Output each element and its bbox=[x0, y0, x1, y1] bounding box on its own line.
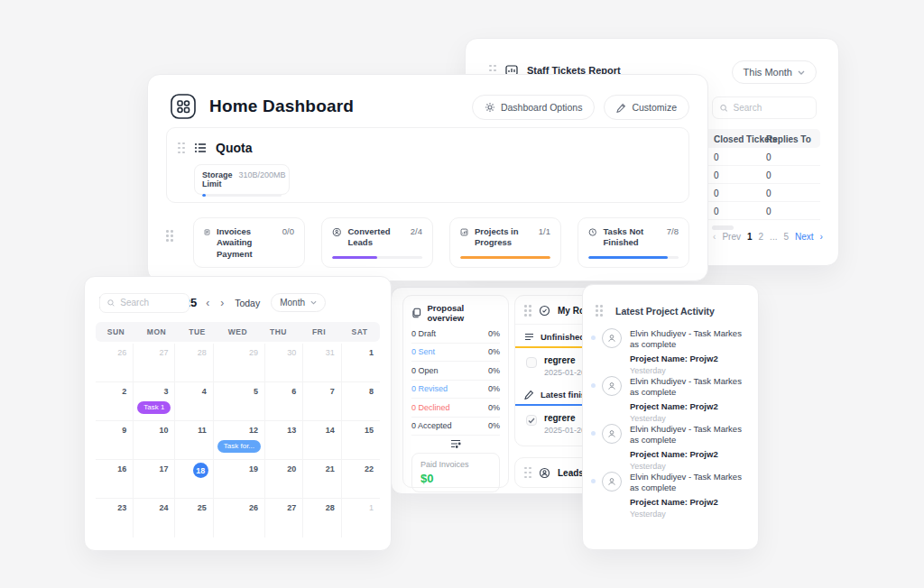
calendar-day-cell[interactable]: 31 bbox=[303, 344, 341, 382]
activity-project: Project Name: Projw2 bbox=[630, 354, 747, 363]
page-1[interactable]: 1 bbox=[747, 232, 753, 242]
calendar-day-cell[interactable]: 10 bbox=[134, 421, 175, 460]
calendar-day-cell[interactable]: 5 bbox=[214, 382, 265, 421]
calendar-day-cell[interactable]: 19 bbox=[214, 460, 265, 499]
stat-card-tasks[interactable]: Tasks Not Finished 7/8 bbox=[578, 217, 689, 268]
proposal-row-draft: 0 Draft 0% bbox=[411, 325, 500, 344]
checkbox-checked[interactable] bbox=[526, 415, 537, 426]
stats-row: Invoices Awaiting Payment 0/0 Converted … bbox=[166, 217, 689, 268]
stat-card-converted-leads[interactable]: Converted Leads 2/4 bbox=[321, 217, 433, 268]
customize-button[interactable]: Customize bbox=[604, 95, 689, 120]
drag-handle-icon[interactable] bbox=[524, 467, 531, 479]
calendar-day-number: 28 bbox=[319, 499, 341, 517]
stat-card-invoices[interactable]: Invoices Awaiting Payment 0/0 bbox=[193, 217, 305, 268]
calendar-day-cell[interactable]: 20 bbox=[265, 460, 303, 499]
cell-replies: 0 bbox=[766, 170, 772, 179]
calendar-day-cell[interactable]: 27 bbox=[134, 344, 175, 382]
sort-lines-icon[interactable] bbox=[450, 439, 461, 448]
cell-closed: 0 bbox=[714, 152, 719, 161]
calendar-day-cell[interactable]: 1 bbox=[342, 344, 380, 382]
view-select[interactable]: Month bbox=[271, 293, 326, 312]
next-button[interactable]: Next bbox=[795, 232, 814, 242]
calendar-day-cell[interactable]: 14 bbox=[303, 421, 341, 460]
calendar-day-cell[interactable]: 7 bbox=[303, 382, 341, 421]
calendar-event-chip[interactable]: Task 1 bbox=[137, 401, 171, 414]
stat-card-projects[interactable]: Projects in Progress 1/1 bbox=[449, 217, 561, 268]
todo-title: regrere bbox=[544, 355, 586, 365]
calendar-day-cell[interactable]: 12Task for... bbox=[214, 421, 265, 460]
calendar-day-number: 21 bbox=[319, 460, 341, 478]
tickets-search[interactable] bbox=[712, 96, 817, 119]
today-button[interactable]: Today bbox=[235, 298, 260, 308]
calendar-day-cell[interactable]: 24 bbox=[134, 499, 175, 537]
calendar-next-icon[interactable]: › bbox=[218, 297, 226, 309]
drag-handle-icon[interactable] bbox=[596, 305, 603, 317]
calendar-day-cell[interactable]: 9 bbox=[96, 421, 134, 460]
page-2[interactable]: 2 bbox=[759, 232, 764, 242]
calendar-day-cell[interactable]: 30 bbox=[265, 344, 303, 382]
calendar-day-cell[interactable]: 26 bbox=[214, 499, 265, 537]
chevron-left-icon[interactable]: ‹ bbox=[713, 232, 716, 242]
calendar-day-cell[interactable]: 21 bbox=[303, 460, 341, 499]
calendar-day-cell[interactable]: 4 bbox=[175, 382, 213, 421]
calendar-day-cell[interactable]: 23 bbox=[96, 499, 134, 537]
calendar-day-cell[interactable]: 17 bbox=[134, 460, 175, 499]
horizontal-scrollbar[interactable] bbox=[712, 225, 734, 230]
activity-item[interactable]: Elvin Khudiyev - Task Markes as complete… bbox=[583, 326, 758, 374]
calendar-day-cell[interactable]: 16 bbox=[96, 460, 134, 499]
calendar-day-number: 11 bbox=[191, 421, 213, 439]
calendar-event-chip[interactable]: Task for... bbox=[217, 440, 261, 453]
tickets-search-input[interactable] bbox=[734, 103, 808, 113]
activity-item[interactable]: Elvin Khudiyev - Task Markes as complete… bbox=[583, 422, 758, 470]
calendar-day-cell[interactable]: 2 bbox=[96, 382, 134, 421]
calendar-day-cell[interactable]: 28 bbox=[175, 344, 213, 382]
calendar-day-cell[interactable]: 1 bbox=[342, 499, 380, 537]
calendar-day-number: 26 bbox=[111, 344, 133, 362]
calendar-prev-icon[interactable]: ‹ bbox=[204, 297, 211, 309]
dow-label: THU bbox=[258, 327, 299, 336]
calendar-day-cell[interactable]: 22 bbox=[342, 460, 380, 499]
activity-item[interactable]: Elvin Khudiyev - Task Markes as complete… bbox=[583, 374, 758, 422]
drag-handle-icon[interactable] bbox=[166, 230, 173, 268]
proposal-pct: 0% bbox=[488, 403, 500, 412]
calendar-day-cell[interactable]: 8 bbox=[342, 382, 380, 421]
proposal-label: 0 Open bbox=[411, 366, 439, 375]
calendar-day-cell[interactable]: 27 bbox=[265, 499, 303, 537]
avatar-icon bbox=[602, 328, 622, 348]
person-circle-icon bbox=[539, 467, 550, 479]
calendar-day-number: 29 bbox=[243, 344, 264, 362]
calendar-day-number: 28 bbox=[191, 344, 213, 362]
calendar-day-number: 25 bbox=[191, 499, 213, 517]
avatar-icon bbox=[602, 376, 622, 396]
drag-handle-icon[interactable] bbox=[524, 305, 531, 317]
calendar-day-cell[interactable]: 11 bbox=[175, 421, 213, 460]
calendar-day-cell[interactable]: 3Task 1 bbox=[134, 382, 175, 421]
calendar-day-number: 31 bbox=[319, 344, 341, 362]
drag-handle-icon[interactable] bbox=[178, 142, 185, 154]
calendar-day-cell[interactable]: 25 bbox=[175, 499, 213, 537]
activity-item[interactable]: Elvin Khudiyev - Task Markes as complete… bbox=[583, 470, 758, 518]
todo-date: 2025-01-26 bbox=[544, 426, 586, 435]
calendar-today-badge: 18 bbox=[193, 463, 208, 478]
calendar-day-cell[interactable]: 29 bbox=[214, 344, 265, 382]
calendar-day-cell[interactable]: 6 bbox=[265, 382, 303, 421]
proposal-label: 0 Draft bbox=[411, 329, 436, 338]
proposal-pct: 0% bbox=[488, 384, 500, 393]
cell-replies: 0 bbox=[766, 188, 772, 198]
page-5[interactable]: 5 bbox=[783, 232, 789, 242]
calendar-day-cell[interactable]: 28 bbox=[303, 499, 341, 537]
chevron-right-icon[interactable]: › bbox=[820, 232, 823, 242]
calendar-day-cell[interactable]: 15 bbox=[342, 421, 380, 460]
calendar-day-cell[interactable]: 18 bbox=[175, 460, 213, 499]
dashboard-options-button[interactable]: Dashboard Options bbox=[472, 95, 595, 120]
calendar-day-number: 13 bbox=[281, 421, 302, 439]
calendar-search[interactable] bbox=[99, 293, 189, 313]
calendar-day-cell[interactable]: 13 bbox=[265, 421, 303, 460]
prev-button[interactable]: Prev bbox=[722, 232, 741, 242]
proposal-row-declined: 0 Declined 0% bbox=[411, 399, 500, 418]
calendar-day-cell[interactable]: 26 bbox=[96, 344, 134, 382]
period-select[interactable]: This Month bbox=[732, 60, 817, 84]
calendar-search-input[interactable] bbox=[120, 298, 181, 308]
checkbox-unchecked[interactable] bbox=[526, 357, 537, 368]
header-actions: Dashboard Options Customize bbox=[472, 95, 689, 120]
